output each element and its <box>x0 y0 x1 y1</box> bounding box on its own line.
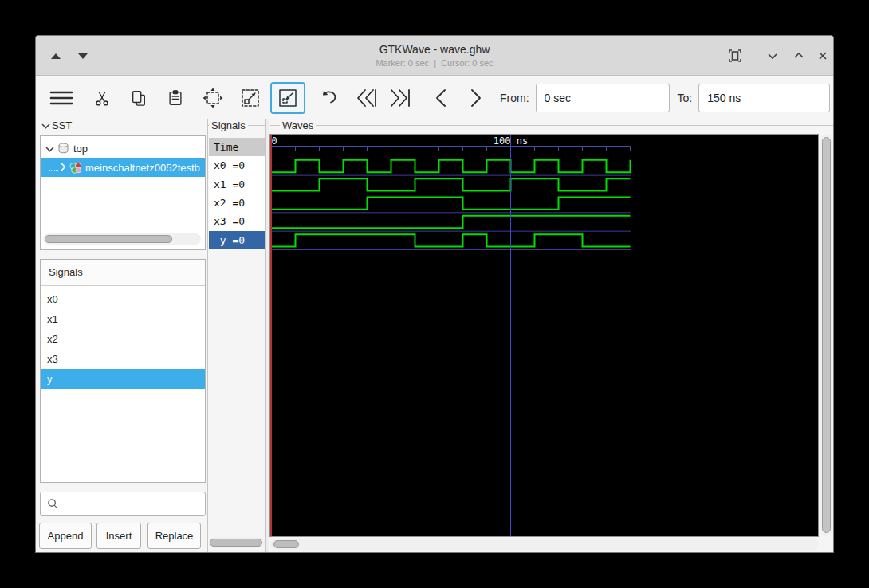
cursor-status: Cursor: 0 sec <box>441 58 493 68</box>
shift-right-button[interactable] <box>463 82 489 114</box>
signal-list-header: Signals <box>41 260 205 286</box>
shift-left-icon <box>434 88 447 108</box>
signal-values-label: Signals <box>209 120 248 131</box>
scrollbar-thumb[interactable] <box>822 137 831 533</box>
zoom-out-icon <box>277 87 299 109</box>
zoom-fit-button[interactable] <box>197 82 229 114</box>
tree-item-testbench[interactable]: meinschaltnetz0052testb <box>41 158 205 177</box>
wave-canvas[interactable]: 0100 ns <box>269 134 819 537</box>
shift-right-icon <box>470 88 482 108</box>
signal-list-item-x1[interactable]: x1 <box>41 309 205 329</box>
waveform-plot: 0100 ns <box>270 135 818 536</box>
replace-button[interactable]: Replace <box>147 523 201 549</box>
main-toolbar: From: To: <box>36 76 833 119</box>
tree-branch-line <box>49 159 58 171</box>
signal-list-item-x2[interactable]: x2 <box>41 329 205 349</box>
to-label: To: <box>678 92 693 104</box>
shift-left-button[interactable] <box>428 82 454 114</box>
window-subtitle: Marker: 0 sec | Cursor: 0 sec <box>36 58 833 68</box>
zoom-undo-button[interactable] <box>315 82 344 114</box>
scrollbar-thumb[interactable] <box>273 540 299 548</box>
zoom-to-start-icon <box>356 88 378 108</box>
chevron-up-icon <box>792 49 806 63</box>
time-header[interactable]: Time <box>209 138 265 156</box>
waves-label: Waves <box>280 120 316 131</box>
values-horizontal-scrollbar[interactable] <box>209 537 265 548</box>
fullscreen-button[interactable] <box>726 47 744 65</box>
value-row-y[interactable]: y =0 <box>209 231 265 249</box>
wave-vertical-scrollbar[interactable] <box>820 135 832 536</box>
value-row-x3[interactable]: x3 =0 <box>209 212 265 230</box>
value-row-x2[interactable]: x2 =0 <box>209 194 265 212</box>
value-row-x1[interactable]: x1 =0 <box>209 175 265 194</box>
signal-list-item-x3[interactable]: x3 <box>41 349 205 369</box>
cut-icon <box>93 89 111 107</box>
window-title: GTKWave - wave.ghw <box>36 43 833 56</box>
zoom-to-start-button[interactable] <box>352 82 382 114</box>
zoom-to-end-icon <box>389 88 411 108</box>
cut-button[interactable] <box>88 82 116 114</box>
search-input[interactable] <box>59 492 205 515</box>
close-icon <box>816 49 830 63</box>
svg-text:0: 0 <box>272 135 277 147</box>
sst-section-label[interactable]: SST <box>39 120 74 131</box>
zoom-fit-icon <box>202 87 224 109</box>
paste-button[interactable] <box>162 82 189 114</box>
gtkwave-window: GTKWave - wave.ghw Marker: 0 sec | Curso… <box>35 35 834 553</box>
chevron-down-icon[interactable] <box>45 143 54 155</box>
append-button[interactable]: Append <box>39 523 92 549</box>
copy-button[interactable] <box>125 82 152 114</box>
wave-horizontal-scrollbar[interactable] <box>270 539 819 550</box>
signal-list-panel: Signals x0 x1 x2 x3 y <box>40 259 206 483</box>
from-label: From: <box>500 92 529 104</box>
module-icon <box>69 162 82 174</box>
close-button[interactable] <box>814 47 832 65</box>
scrollbar-thumb[interactable] <box>45 235 172 243</box>
menu-button[interactable] <box>45 82 77 114</box>
scrollbar-thumb[interactable] <box>210 539 262 547</box>
fullscreen-icon <box>727 48 743 64</box>
hamburger-menu-icon <box>49 89 73 107</box>
sst-tree: top meinschaltnetz0052testb <box>40 135 206 250</box>
signal-list-item-x0[interactable]: x0 <box>41 289 205 309</box>
chevron-down-icon <box>41 120 50 131</box>
titlebar[interactable]: GTKWave - wave.ghw Marker: 0 sec | Curso… <box>36 36 833 76</box>
zoom-to-end-button[interactable] <box>385 82 415 114</box>
maximize-button[interactable] <box>790 47 808 65</box>
zoom-undo-icon <box>319 88 340 108</box>
zoom-in-button[interactable] <box>234 82 267 114</box>
copy-icon <box>130 89 147 107</box>
search-icon <box>47 498 59 510</box>
value-row-x0[interactable]: x0 =0 <box>209 156 265 174</box>
chevron-right-icon[interactable] <box>60 162 66 174</box>
chevron-down-icon <box>765 49 780 63</box>
to-input[interactable] <box>698 84 830 112</box>
marker-status: Marker: 0 sec <box>376 58 429 68</box>
tree-item-top[interactable]: top <box>41 139 205 158</box>
signal-search-box[interactable] <box>40 492 206 516</box>
scope-icon <box>57 143 69 154</box>
signal-values-list: Time x0 =0 x1 =0 x2 =0 x3 =0 y =0 <box>209 138 265 249</box>
paste-icon <box>167 89 184 107</box>
zoom-out-button[interactable] <box>270 82 305 114</box>
signal-list-item-y[interactable]: y <box>41 369 205 389</box>
sst-horizontal-scrollbar[interactable] <box>43 233 201 245</box>
insert-button[interactable]: Insert <box>96 523 141 549</box>
from-input[interactable] <box>536 84 670 112</box>
minimize-button[interactable] <box>764 47 781 65</box>
zoom-in-icon <box>239 87 261 109</box>
